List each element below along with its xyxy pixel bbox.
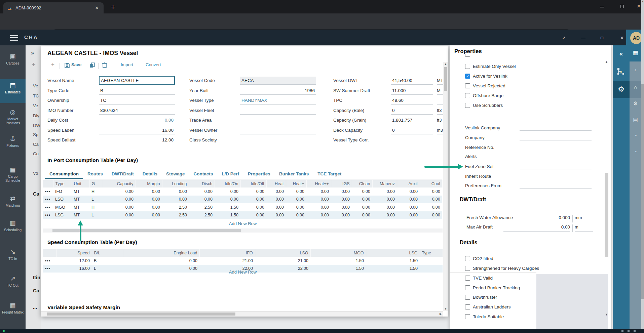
cell[interactable]: 0.00 [136, 188, 162, 196]
cell[interactable]: 1.50 [366, 257, 420, 265]
field-input-type-code[interactable]: B [99, 87, 175, 95]
checkbox[interactable] [465, 256, 470, 261]
cell[interactable]: 0.00 [136, 196, 162, 204]
tab-tce-target[interactable]: TCE Target [313, 169, 346, 179]
field-input-vessel-type[interactable]: HANDYMAX [240, 96, 316, 105]
tab-dwt-draft[interactable]: DWT/Draft [107, 169, 138, 179]
cell[interactable]: 0.00 [331, 196, 352, 204]
checkbox[interactable] [465, 276, 470, 281]
cell[interactable]: 12.00 [56, 257, 92, 265]
checkbox-row-toledo-suitable[interactable]: Toledo Suitable [465, 314, 504, 319]
cell[interactable]: 0.00 [331, 203, 352, 211]
taskbar-icon[interactable] [634, 330, 636, 332]
browser-maximize-button[interactable] [619, 4, 625, 9]
delete-icon[interactable] [102, 63, 107, 68]
tab-stowage[interactable]: Stowage [162, 169, 189, 179]
settings-rail-item[interactable]: ⚙ [613, 81, 630, 98]
field-input-class-society[interactable] [240, 136, 316, 144]
property-field-input[interactable] [520, 134, 592, 140]
save-button[interactable]: Save [71, 62, 81, 67]
import-button[interactable]: Import [121, 62, 133, 67]
property-field-input[interactable] [520, 143, 592, 150]
cell[interactable]: 0.00 [162, 196, 189, 204]
cell[interactable]: 0.00 [397, 203, 420, 211]
row-handle-icon[interactable]: ••• [43, 257, 56, 265]
cell[interactable]: 1.50 [215, 203, 240, 211]
checkbox-row-estimate-only-vessel[interactable]: Estimate Only Vessel [465, 64, 516, 69]
tab-close-icon[interactable]: ✕ [93, 5, 100, 11]
new-tab-button[interactable]: + [111, 3, 115, 11]
cell[interactable]: H [89, 203, 102, 211]
field-input-imo-number[interactable]: 8307624 [99, 107, 175, 115]
cell[interactable]: MT [72, 211, 89, 219]
checkbox[interactable] [465, 64, 470, 69]
checkbox-row-active-for-veslink[interactable]: ✓Active for Veslink [465, 74, 507, 79]
cell[interactable]: 0.00 [372, 203, 397, 211]
cell[interactable]: 0.00 [102, 211, 136, 219]
sidebar-item-cargo-schedule[interactable]: ▦Cargo Schedule [0, 163, 26, 188]
cell[interactable]: 0.00 [240, 211, 266, 219]
copy-icon[interactable] [90, 63, 95, 68]
checkbox[interactable] [465, 295, 470, 300]
edge-scrollbar[interactable]: ▲ [641, 0, 644, 333]
cell[interactable]: L [89, 211, 102, 219]
tab-bunker-tanks[interactable]: Bunker Tanks [275, 169, 313, 179]
cell[interactable]: 0.00 [420, 203, 442, 211]
tab-contacts[interactable]: Contacts [189, 169, 218, 179]
field-input-vessel-code[interactable]: AECA [240, 77, 316, 85]
checkbox-row-australian-ladders[interactable]: Australian Ladders [465, 304, 511, 309]
sidebar-item-cargoes[interactable]: ▣Cargoes [0, 50, 26, 74]
checkbox[interactable] [465, 304, 470, 309]
cell[interactable]: 0.00 [215, 196, 240, 204]
cell[interactable]: 0.00 [372, 188, 397, 196]
property-field-input[interactable] [520, 163, 592, 169]
field-input-capacity-grain-[interactable]: 1,801,757 [391, 116, 433, 124]
checkbox-row-offshore-barge[interactable]: Offshore Barge [465, 93, 503, 98]
taskbar-icon[interactable] [628, 330, 630, 332]
cell[interactable]: 0.00 [420, 196, 442, 204]
background-add-icon[interactable]: + [32, 61, 36, 69]
tab-consumption[interactable]: Consumption [45, 169, 83, 179]
cell[interactable]: 0.00 [352, 203, 372, 211]
cell[interactable]: 0.00 [397, 196, 420, 204]
cell[interactable]: LSG [53, 211, 72, 219]
scroll-up-icon[interactable]: ▲ [444, 63, 447, 66]
expand-panel-icon[interactable]: » [31, 50, 34, 56]
row-handle-icon[interactable]: ••• [43, 188, 53, 196]
cell[interactable]: IFO [53, 188, 72, 196]
cell[interactable]: 0.00 [286, 196, 306, 204]
scroll-up-icon[interactable]: ▲ [641, 0, 644, 3]
checkbox-row-tve-valid[interactable]: TVE Valid [465, 276, 493, 281]
field-input-capacity-bale-[interactable]: 0 [391, 107, 433, 115]
tab-routes[interactable]: Routes [83, 169, 107, 179]
sidebar-item-tc-out[interactable]: ↗TC Out [0, 272, 26, 296]
cell[interactable]: 0.00 [420, 211, 442, 219]
property-field-input[interactable] [520, 172, 592, 179]
cell[interactable]: L [89, 196, 102, 204]
sidebar-item-estimates[interactable]: ▤Estimates [0, 79, 26, 103]
cell[interactable]: 2.50 [162, 203, 189, 211]
cell[interactable]: 0.00 [102, 203, 136, 211]
cell[interactable]: 0.00 [372, 211, 397, 219]
row-handle-icon[interactable]: ••• [43, 196, 53, 204]
grid-icon[interactable]: ▦ [630, 45, 641, 61]
cell[interactable]: 0.00 [189, 196, 215, 204]
save-icon[interactable] [65, 63, 70, 68]
cell[interactable]: 0.00 [306, 188, 331, 196]
sidebar-item-tc-in[interactable]: ↘TC In [0, 246, 26, 270]
checkbox[interactable] [465, 266, 470, 271]
cell[interactable]: 0.00 [136, 211, 162, 219]
cell[interactable]: 0.00 [102, 196, 136, 204]
dialog-vertical-scrollbar[interactable]: ▲ ▼ [443, 62, 448, 311]
chevron-left-icon[interactable]: ‹ [630, 67, 641, 73]
cell[interactable]: 0.00 [124, 257, 199, 265]
popout-icon[interactable]: ↗ [562, 35, 566, 40]
cell[interactable] [420, 257, 443, 265]
field-input-year-built[interactable]: 1986 [240, 87, 316, 95]
row-handle-icon[interactable]: ••• [43, 203, 53, 211]
tab-l-d-perf[interactable]: L/D Perf [217, 169, 243, 179]
checkbox-row-strengthened-for-heavy-cargoes[interactable]: Strengthened for Heavy Cargoes [465, 266, 539, 271]
field-input-sw-summer-draft[interactable]: 11.000 [391, 87, 433, 95]
checkbox[interactable] [465, 103, 470, 108]
checkbox-row-vessel-rejected[interactable]: Vessel Rejected [465, 83, 505, 88]
